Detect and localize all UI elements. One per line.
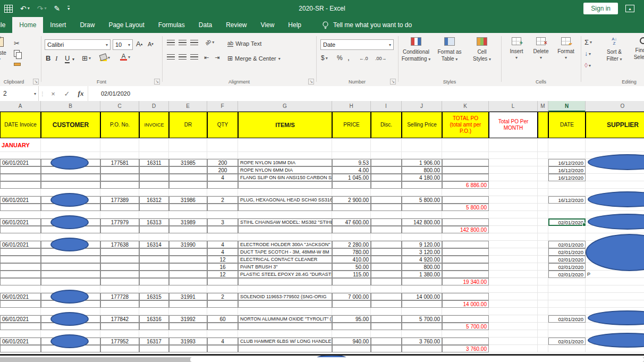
cell-H-19[interactable] — [332, 278, 371, 285]
cell-C-11[interactable]: 177979 — [100, 218, 139, 226]
cell-I-1[interactable] — [371, 138, 402, 152]
cell-D-27[interactable]: 16317 — [139, 338, 169, 345]
cell-H-22[interactable] — [332, 300, 371, 308]
cell-H-0[interactable]: PRICE — [332, 112, 371, 138]
cell-F-10[interactable] — [207, 211, 238, 218]
ribbon-display-options-icon[interactable]: ▴ — [625, 5, 634, 12]
cell-D-11[interactable]: 16313 — [139, 218, 169, 226]
cell-D-8[interactable]: 16312 — [139, 196, 169, 204]
cell-D-16[interactable] — [139, 256, 169, 263]
tab-file[interactable]: File — [0, 17, 12, 33]
cell-N-3[interactable]: 16/12/2020 — [548, 159, 586, 166]
increase-decimal-icon[interactable]: ←.0 — [359, 56, 368, 61]
cell-N-13[interactable] — [548, 233, 586, 241]
cell-E-15[interactable] — [169, 248, 207, 256]
increase-font-size-icon[interactable]: A▴ — [136, 40, 142, 48]
cell-G-1[interactable] — [238, 138, 332, 152]
cell-H-10[interactable] — [332, 211, 371, 218]
formula-bar-handle[interactable]: ⋮ — [39, 86, 46, 101]
cell-M-21[interactable] — [538, 293, 548, 300]
bold-button[interactable]: B — [46, 54, 50, 62]
cell-M-16[interactable] — [538, 256, 548, 263]
cell-E-25[interactable] — [169, 323, 207, 330]
cell-J-28[interactable] — [402, 345, 442, 352]
cell-B-20[interactable] — [41, 285, 100, 293]
tab-home[interactable]: Home — [12, 17, 43, 33]
cell-E-20[interactable] — [169, 285, 207, 293]
cell-G-3[interactable]: ROPE NYLON 10MM DIA — [238, 159, 332, 166]
format-cells-button[interactable]: ▰ Format ▾ — [554, 37, 578, 61]
cell-E-4[interactable] — [169, 166, 207, 174]
cell-N-27[interactable]: 02/01/2020 — [548, 338, 586, 345]
cell-K-3[interactable] — [442, 159, 489, 166]
cell-J-12[interactable] — [402, 226, 442, 233]
cell-L-23[interactable] — [489, 308, 538, 315]
cell-N-24[interactable]: 02/01/2020 — [548, 315, 586, 323]
cell-B-7[interactable] — [41, 189, 100, 196]
cell-F-0[interactable]: QTY — [207, 112, 238, 138]
cell-C-16[interactable] — [100, 256, 139, 263]
decrease-font-size-icon[interactable]: A▾ — [148, 41, 154, 47]
cell-C-15[interactable] — [100, 248, 139, 256]
cell-L-26[interactable] — [489, 330, 538, 338]
cell-H-14[interactable]: 2 280.00 — [332, 241, 371, 248]
column-header-M[interactable]: M — [538, 101, 548, 112]
cell-M-1[interactable] — [538, 138, 548, 152]
cell-G-10[interactable] — [238, 211, 332, 218]
cell-N-18[interactable]: 02/01/2020 — [548, 271, 586, 278]
cell-K-12[interactable]: 142 800.00 — [442, 226, 489, 233]
cell-N-6[interactable] — [548, 181, 586, 189]
cell-M-17[interactable] — [538, 263, 548, 271]
cell-B-13[interactable] — [41, 233, 100, 241]
cell-A-0[interactable]: DATE Invoice — [0, 112, 41, 138]
cell-F-26[interactable] — [207, 330, 238, 338]
delete-cells-button[interactable]: × Delete ▾ — [529, 37, 553, 61]
cell-L-22[interactable] — [489, 300, 538, 308]
cell-N-17[interactable]: 02/01/2020 — [548, 263, 586, 271]
cell-L-25[interactable] — [489, 323, 538, 330]
cell-O-10[interactable] — [586, 211, 644, 218]
cell-J-10[interactable] — [402, 211, 442, 218]
cell-O-28[interactable] — [586, 345, 644, 352]
cell-N-20[interactable] — [548, 285, 586, 293]
cell-C-21[interactable]: 177728 — [100, 293, 139, 300]
cell-O-26[interactable] — [586, 330, 644, 338]
undo-button[interactable]: ↶▾ — [20, 5, 30, 12]
cell-H-27[interactable]: 940.00 — [332, 338, 371, 345]
cell-H-26[interactable] — [332, 330, 371, 338]
cell-H-17[interactable]: 50.00 — [332, 263, 371, 271]
column-header-O[interactable]: O — [586, 101, 644, 112]
cell-N-5[interactable]: 16/12/2020 — [548, 174, 586, 181]
cell-J-22[interactable] — [402, 300, 442, 308]
merge-center-button[interactable]: ⊞Merge & Center▾ — [227, 55, 281, 62]
cell-N-8[interactable]: 16/12/2020 — [548, 196, 586, 204]
cell-H-13[interactable] — [332, 233, 371, 241]
tab-draw[interactable]: Draw — [73, 17, 101, 33]
cell-J-2[interactable] — [402, 152, 442, 159]
cell-C-24[interactable]: 177842 — [100, 315, 139, 323]
cell-A-11[interactable]: 06/01/2021 — [0, 218, 41, 226]
tab-formulas[interactable]: Formulas — [151, 17, 192, 33]
cell-C-28[interactable] — [100, 345, 139, 352]
cell-D-4[interactable] — [139, 166, 169, 174]
cell-C-26[interactable] — [100, 330, 139, 338]
cell-B-24[interactable] — [41, 315, 100, 323]
cell-M-20[interactable] — [538, 285, 548, 293]
cell-H-24[interactable]: 95.00 — [332, 315, 371, 323]
cell-H-15[interactable]: 780.00 — [332, 248, 371, 256]
cell-O-0[interactable]: SUPPLIER — [586, 112, 644, 138]
cell-H-23[interactable] — [332, 308, 371, 315]
cell-I-24[interactable] — [371, 315, 402, 323]
cell-N-12[interactable] — [548, 226, 586, 233]
cell-G-21[interactable]: SOLENOID 119653-779502 (SNG-ORIG — [238, 293, 332, 300]
cell-B-15[interactable] — [41, 248, 100, 256]
cell-F-23[interactable] — [207, 308, 238, 315]
cell-K-10[interactable] — [442, 211, 489, 218]
cell-L-14[interactable] — [489, 241, 538, 248]
find-select-button[interactable]: Find & Select ▾ — [629, 37, 644, 61]
cell-C-4[interactable] — [100, 166, 139, 174]
cell-O-21[interactable] — [586, 293, 644, 300]
cell-J-9[interactable] — [402, 204, 442, 211]
cell-J-8[interactable]: 5 800.00 — [402, 196, 442, 204]
cell-A-15[interactable] — [0, 248, 41, 256]
